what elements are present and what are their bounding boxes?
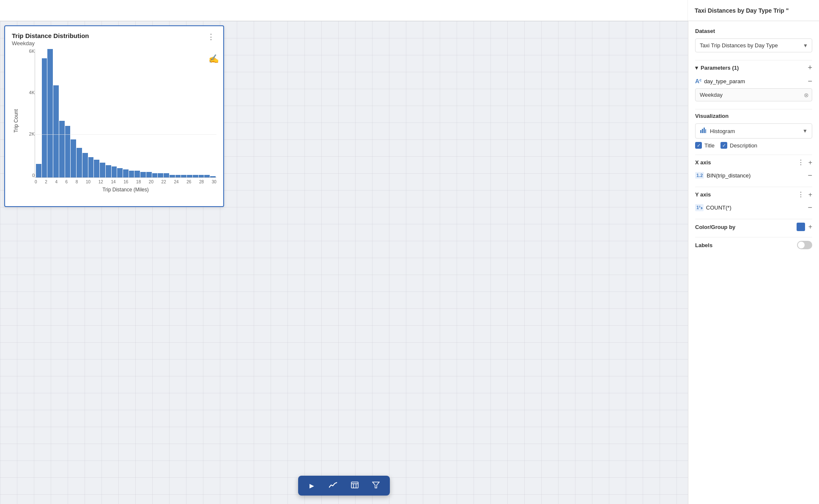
description-checkbox-label: Description [730,142,757,149]
y-tick-6k: 6K [29,49,35,54]
x-tick-30: 30 [212,180,216,184]
divider-1 [695,60,812,60]
cursor-tool-button[interactable]: ► [305,479,319,492]
visualization-type-select[interactable]: Histogram ▼ [695,123,812,139]
x-field-name-text: BIN(trip_distance) [707,172,751,179]
checkbox-row: ✓ Title ✓ Description [695,142,812,149]
bar-20 [152,173,158,177]
y-axis-title: Y axis [695,191,711,198]
parameter-name: Aᶜ day_type_param [695,78,745,84]
page-title: Taxi Distances by Day Type Trip " [688,0,819,21]
svg-rect-8 [705,129,706,133]
bar-15 [123,169,129,177]
y-ticks: 6K 4K 2K 0 [22,49,35,178]
x-ticks-row: 024681012141618202224262830 [35,180,216,184]
visualization-label: Visualization [695,113,812,119]
x-axis-remove-button[interactable]: − [808,172,812,179]
chart-header: Trip Distance Distribution Weekday ⋮ [12,32,216,46]
chart-title: Trip Distance Distribution [12,32,89,39]
bar-10 [94,160,99,177]
chart-menu-button[interactable]: ⋮ [205,32,216,41]
x-tick-4: 4 [55,180,58,184]
bottom-toolbar: ► [298,476,390,496]
y-axis-remove-button[interactable]: − [808,204,812,211]
visualization-type-text: Histogram [710,128,803,134]
bar-18 [140,172,146,177]
x-tick-26: 26 [186,180,191,184]
x-axis-options-button[interactable]: ⋮ [797,158,804,166]
description-checkbox[interactable]: ✓ Description [720,142,757,149]
bar-9 [88,157,94,177]
chart-body: Trip Count 6K 4K 2K 0 [12,49,216,193]
svg-rect-5 [700,130,701,133]
table-tool-button[interactable] [348,479,362,492]
bar-1 [42,58,47,177]
bar-19 [146,172,152,177]
canvas-title-area [0,0,688,21]
y-field-name-text: COUNT(*) [706,204,731,211]
bar-23 [170,175,175,177]
parameter-name-text: day_type_param [704,78,745,84]
checkmark-icon-2: ✓ [722,143,726,148]
bar-0 [36,164,41,177]
chart-subtitle: Weekday [12,40,89,46]
x-axis-header: X axis ⋮ + [695,158,812,166]
y-axis-add-button[interactable]: + [808,191,812,199]
parameter-remove-button[interactable]: − [808,77,812,85]
param-type-icon: Aᶜ [695,78,701,84]
parameters-add-button[interactable]: + [808,64,812,71]
divider-3 [695,155,812,155]
color-group-add-button[interactable]: + [808,223,812,231]
parameters-label: Parameters (1) [701,65,739,71]
parameter-value-clear-icon[interactable]: ⊗ [804,92,809,98]
histogram-bars [35,49,216,177]
svg-rect-6 [702,129,703,133]
title-checkbox[interactable]: ✓ Title [695,142,715,149]
parameter-value-input[interactable] [695,88,812,101]
x-axis-actions: ⋮ + [797,158,812,166]
title-checkbox-label: Title [704,142,715,149]
top-bar: Taxi Distances by Day Type Trip " [0,0,819,21]
x-tick-10: 10 [86,180,90,184]
divider-4 [695,187,812,187]
checkmark-icon: ✓ [697,143,701,148]
x-axis: 024681012141618202224262830 [22,180,216,184]
bar-24 [175,175,181,177]
x-axis-section: X axis ⋮ + 1.2 BIN(trip_distance) − [695,158,812,181]
divider-5 [695,219,812,219]
canvas-area[interactable]: Trip Distance Distribution Weekday ⋮ ✍ T… [0,21,688,504]
x-axis-add-button[interactable]: + [808,158,812,166]
bar-17 [134,171,140,177]
bars-container [35,49,216,178]
y-axis-header: Y axis ⋮ + [695,191,812,199]
y-axis-label: Trip Count [12,49,20,193]
color-swatch[interactable] [797,223,805,231]
parameter-value-wrapper: ⊗ [695,88,812,101]
bar-8 [82,153,88,177]
bar-11 [100,163,105,177]
x-axis-title: X axis [695,159,711,166]
x-tick-8: 8 [76,180,78,184]
parameters-collapse-btn[interactable]: ▾ Parameters (1) [695,65,739,71]
x-axis-field-row: 1.2 BIN(trip_distance) − [695,170,812,181]
chart-title-group: Trip Distance Distribution Weekday [12,32,89,46]
bar-13 [112,166,117,177]
dataset-label: Dataset [695,28,812,34]
filter-tool-button[interactable] [369,479,383,492]
labels-toggle[interactable] [797,241,812,249]
dataset-select-wrapper[interactable]: Taxi Trip Distances by Day Type ▼ [695,38,812,52]
color-group-label: Color/Group by [695,224,735,230]
y-axis-field-name: 1²₃ COUNT(*) [695,204,731,211]
visualization-section: Visualization Histogram ▼ ✓ [695,113,812,149]
bar-22 [164,173,169,177]
dataset-select[interactable]: Taxi Trip Distances by Day Type [695,38,812,52]
parameters-header: ▾ Parameters (1) + [695,64,812,71]
bar-27 [193,175,198,177]
color-group-section: Color/Group by + [695,223,812,231]
line-chart-tool-button[interactable] [326,479,341,492]
bar-29 [204,175,210,177]
y-axis-options-button[interactable]: ⋮ [797,191,804,199]
bar-28 [199,175,204,177]
x-tick-16: 16 [123,180,128,184]
y-axis-actions: ⋮ + [797,191,812,199]
